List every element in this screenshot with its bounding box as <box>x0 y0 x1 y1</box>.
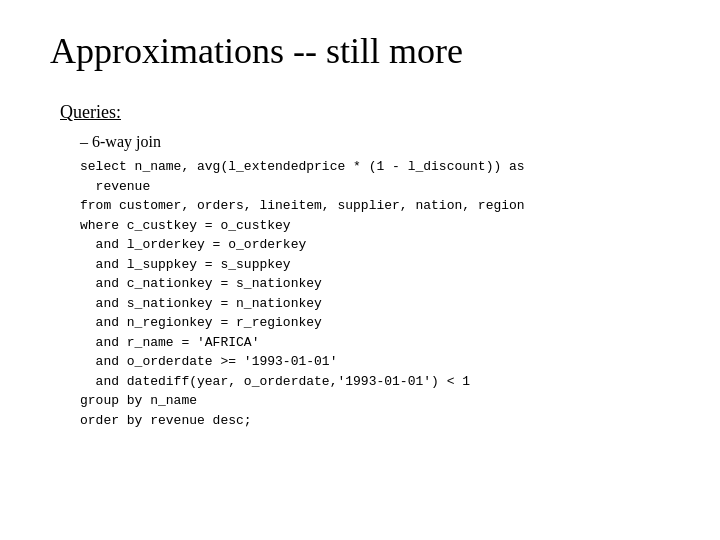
section-heading: Queries: <box>60 102 670 123</box>
page: Approximations -- still more Queries: – … <box>0 0 720 540</box>
page-title: Approximations -- still more <box>50 30 670 72</box>
sql-code-block: select n_name, avg(l_extendedprice * (1 … <box>80 157 670 430</box>
bullet-6way-join: – 6-way join <box>80 133 670 151</box>
queries-section: Queries: – 6-way join select n_name, avg… <box>60 102 670 430</box>
